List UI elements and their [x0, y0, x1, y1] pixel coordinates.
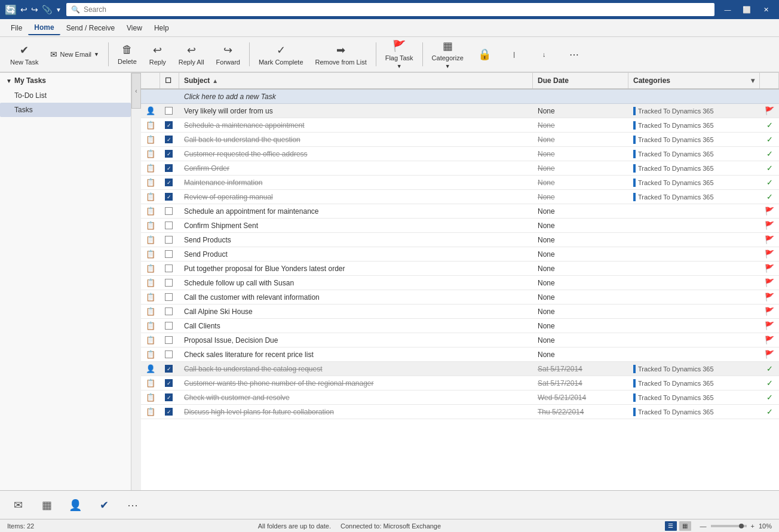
- flag-icon[interactable]: 🚩: [765, 106, 774, 115]
- row-flag-cell[interactable]: ✓: [760, 177, 779, 188]
- row-subject[interactable]: Call Clients: [179, 321, 533, 331]
- row-subject[interactable]: Discuss high level plans for future coll…: [179, 407, 533, 417]
- table-row[interactable]: 📋Schedule a maintenance appointmentNoneT…: [141, 118, 779, 133]
- menu-help[interactable]: Help: [148, 21, 175, 35]
- row-subject[interactable]: Customer wants the phone number of the r…: [179, 378, 533, 389]
- flag-icon[interactable]: 🚩: [765, 350, 774, 359]
- complete-checkmark-icon[interactable]: ✓: [766, 379, 773, 388]
- table-row[interactable]: 📋Send ProductsNone🚩: [141, 233, 779, 247]
- remove-from-list-button[interactable]: ➡ Remove from List: [310, 39, 372, 70]
- row-flag-cell[interactable]: 🚩: [760, 105, 779, 116]
- row-subject[interactable]: Proposal Issue, Decision Due: [179, 335, 533, 346]
- row-checkbox[interactable]: [165, 164, 173, 172]
- separator-line-button[interactable]: |: [500, 39, 529, 70]
- row-checkbox[interactable]: [165, 265, 173, 272]
- row-flag-cell[interactable]: ✓: [760, 363, 779, 374]
- row-flag-cell[interactable]: ✓: [760, 392, 779, 403]
- add-task-row[interactable]: Click here to add a new Task: [141, 90, 779, 104]
- menu-send-receive[interactable]: Send / Receive: [60, 21, 121, 35]
- row-checkbox[interactable]: [165, 365, 173, 373]
- table-row[interactable]: 📋Customer requested the office addressNo…: [141, 147, 779, 161]
- row-flag-cell[interactable]: ✓: [760, 134, 779, 145]
- undo-icon[interactable]: ↩: [20, 5, 27, 14]
- sidebar-collapse-button[interactable]: ‹: [131, 73, 141, 109]
- mark-complete-button[interactable]: ✓ Mark Complete: [253, 39, 309, 70]
- reply-button[interactable]: ↩ Reply: [143, 39, 172, 70]
- row-flag-cell[interactable]: 🚩: [760, 306, 779, 317]
- table-row[interactable]: 📋Send ProductNone🚩: [141, 247, 779, 262]
- row-checkbox[interactable]: [165, 236, 173, 244]
- table-row[interactable]: 📋Call the customer with relevant informa…: [141, 290, 779, 305]
- header-checkbox-icon[interactable]: ☐: [165, 76, 171, 85]
- lock-button[interactable]: 🔒: [470, 39, 499, 70]
- row-subject[interactable]: Confirm Shipment Sent: [179, 220, 533, 231]
- categorize-dropdown-icon[interactable]: ▼: [445, 63, 450, 69]
- row-checkbox[interactable]: [165, 322, 173, 330]
- nav-tasks-button[interactable]: ✔: [91, 493, 117, 517]
- table-row[interactable]: 📋Check with customer and resolveWed 5/21…: [141, 390, 779, 405]
- nav-calendar-button[interactable]: ▦: [33, 493, 60, 517]
- complete-checkmark-icon[interactable]: ✓: [766, 393, 773, 402]
- dropdown-icon[interactable]: ▼: [56, 7, 62, 13]
- row-checkbox[interactable]: [165, 121, 173, 129]
- flag-icon[interactable]: 🚩: [765, 307, 774, 316]
- view-icon-list[interactable]: ☰: [665, 521, 677, 531]
- search-input[interactable]: [84, 5, 710, 14]
- table-row[interactable]: 📋Put together proposal for Blue Yonders …: [141, 262, 779, 276]
- row-checkbox[interactable]: [165, 179, 173, 186]
- row-flag-cell[interactable]: ✓: [760, 191, 779, 202]
- flag-icon[interactable]: 🚩: [765, 221, 774, 230]
- row-subject[interactable]: Call back to understand the question: [179, 134, 533, 145]
- view-icon-grid[interactable]: ▦: [679, 521, 691, 531]
- row-checkbox[interactable]: [165, 150, 173, 158]
- row-subject[interactable]: Call Alpine Ski House: [179, 306, 533, 317]
- zoom-in-button[interactable]: +: [749, 522, 756, 530]
- table-row[interactable]: 📋Review of operating manualNoneTracked T…: [141, 190, 779, 204]
- row-flag-cell[interactable]: 🚩: [760, 291, 779, 303]
- menu-view[interactable]: View: [121, 21, 148, 35]
- flag-icon[interactable]: 🚩: [765, 336, 774, 345]
- row-subject[interactable]: Schedule an appointment for maintenance: [179, 206, 533, 217]
- table-row[interactable]: 📋Maintenance informationNoneTracked To D…: [141, 176, 779, 190]
- row-checkbox[interactable]: [165, 293, 173, 301]
- delete-button[interactable]: 🗑 Delete: [112, 39, 142, 70]
- th-categories[interactable]: Categories ▾: [628, 73, 760, 88]
- table-row[interactable]: 📋Customer wants the phone number of the …: [141, 376, 779, 390]
- row-subject[interactable]: Call back to understand the catalog requ…: [179, 364, 533, 374]
- row-flag-cell[interactable]: 🚩: [760, 205, 779, 217]
- nav-people-button[interactable]: 👤: [62, 493, 88, 517]
- row-flag-cell[interactable]: 🚩: [760, 263, 779, 274]
- row-checkbox[interactable]: [165, 136, 173, 143]
- row-subject[interactable]: Schedule follow up call with Susan: [179, 278, 533, 288]
- flag-icon[interactable]: 🚩: [765, 293, 774, 302]
- row-checkbox[interactable]: [165, 379, 173, 387]
- row-checkbox[interactable]: [165, 336, 173, 344]
- row-flag-cell[interactable]: 🚩: [760, 234, 779, 245]
- flag-icon[interactable]: 🚩: [765, 235, 774, 244]
- row-subject[interactable]: Very likely will order from us: [179, 106, 533, 116]
- table-row[interactable]: 📋Schedule follow up call with SusanNone🚩: [141, 276, 779, 290]
- filter-icon[interactable]: ▾: [751, 76, 755, 85]
- complete-checkmark-icon[interactable]: ✓: [766, 407, 773, 416]
- row-checkbox[interactable]: [165, 408, 173, 416]
- more-options-button[interactable]: ⋯: [560, 39, 588, 70]
- row-subject[interactable]: Review of operating manual: [179, 192, 533, 202]
- categorize-button[interactable]: ▦ Categorize ▼: [427, 39, 469, 70]
- flag-icon[interactable]: 🚩: [765, 264, 774, 273]
- table-row[interactable]: 📋Confirm Shipment SentNone🚩: [141, 219, 779, 233]
- new-task-button[interactable]: ✔ New Task: [5, 39, 44, 70]
- row-flag-cell[interactable]: 🚩: [760, 349, 779, 360]
- table-row[interactable]: 📋Check sales literature for recent price…: [141, 348, 779, 362]
- table-row[interactable]: 📋Call back to understand the questionNon…: [141, 133, 779, 147]
- complete-checkmark-icon[interactable]: ✓: [766, 164, 773, 173]
- row-subject[interactable]: Call the customer with relevant informat…: [179, 292, 533, 303]
- sort-down-button[interactable]: ↓: [530, 39, 559, 70]
- row-checkbox[interactable]: [165, 279, 173, 287]
- menu-file[interactable]: File: [5, 21, 28, 35]
- complete-checkmark-icon[interactable]: ✓: [766, 364, 773, 373]
- row-checkbox[interactable]: [165, 250, 173, 258]
- row-flag-cell[interactable]: 🚩: [760, 277, 779, 288]
- table-row[interactable]: 👤Very likely will order from usNoneTrack…: [141, 104, 779, 118]
- row-checkbox[interactable]: [165, 307, 173, 315]
- th-subject[interactable]: Subject ▲: [179, 73, 533, 88]
